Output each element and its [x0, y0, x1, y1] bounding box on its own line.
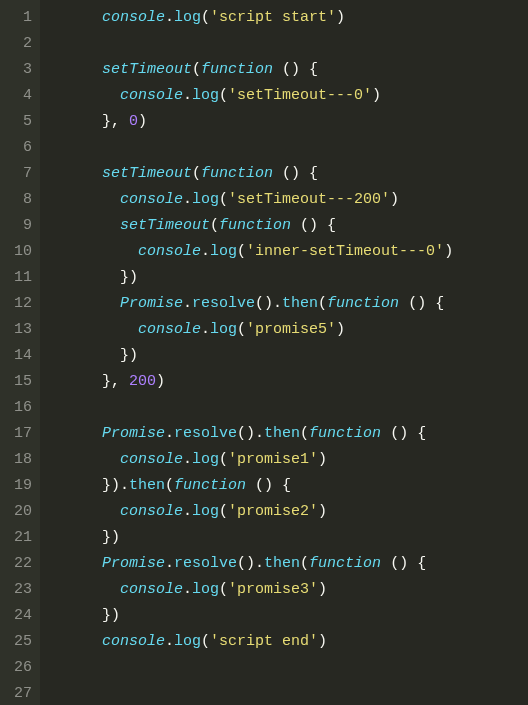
token-kw: function	[201, 61, 273, 78]
code-line[interactable]: })	[48, 603, 528, 629]
token-kw: function	[201, 165, 273, 182]
token-method: log	[210, 321, 237, 338]
token-string: 'script start'	[210, 9, 336, 26]
token-punct: (	[201, 9, 210, 26]
token-obj: setTimeout	[120, 217, 210, 234]
code-line[interactable]: }, 200)	[48, 369, 528, 395]
line-number: 4	[5, 83, 32, 109]
token-punct: (	[237, 243, 246, 260]
code-line[interactable]: setTimeout(function () {	[48, 57, 528, 83]
indent	[48, 217, 120, 234]
code-line[interactable]: console.log('promise2')	[48, 499, 528, 525]
token-method: log	[192, 503, 219, 520]
token-punct: .	[165, 9, 174, 26]
line-number: 12	[5, 291, 32, 317]
line-number: 17	[5, 421, 32, 447]
code-line[interactable]: console.log('promise5')	[48, 317, 528, 343]
token-punct: (	[201, 633, 210, 650]
token-punct: .	[183, 503, 192, 520]
line-number: 25	[5, 629, 32, 655]
token-method: log	[192, 87, 219, 104]
token-obj: console	[120, 503, 183, 520]
token-kw: function	[219, 217, 291, 234]
token-punct: .	[183, 295, 192, 312]
indent	[48, 633, 102, 650]
code-line[interactable]: console.log('setTimeout---200')	[48, 187, 528, 213]
line-number: 20	[5, 499, 32, 525]
token-num: 0	[129, 113, 138, 130]
token-method: then	[282, 295, 318, 312]
code-line[interactable]: setTimeout(function () {	[48, 213, 528, 239]
token-punct: ().	[237, 555, 264, 572]
code-line[interactable]: })	[48, 343, 528, 369]
token-obj: Promise	[102, 555, 165, 572]
code-line[interactable]: })	[48, 265, 528, 291]
token-punct: () {	[381, 425, 426, 442]
code-line[interactable]	[48, 655, 528, 681]
token-obj: console	[102, 633, 165, 650]
code-line[interactable]: })	[48, 525, 528, 551]
token-obj: setTimeout	[102, 165, 192, 182]
token-method: then	[129, 477, 165, 494]
token-punct: },	[102, 113, 129, 130]
token-method: log	[192, 581, 219, 598]
token-punct: ().	[237, 425, 264, 442]
token-punct: (	[192, 61, 201, 78]
code-line[interactable]: }, 0)	[48, 109, 528, 135]
token-punct: })	[102, 529, 120, 546]
code-line[interactable]	[48, 681, 528, 705]
token-punct: () {	[246, 477, 291, 494]
token-obj: console	[120, 191, 183, 208]
code-line[interactable]: setTimeout(function () {	[48, 161, 528, 187]
token-string: 'promise1'	[228, 451, 318, 468]
line-number: 3	[5, 57, 32, 83]
code-line[interactable]: console.log('promise1')	[48, 447, 528, 473]
line-number: 1	[5, 5, 32, 31]
token-punct: (	[210, 217, 219, 234]
code-line[interactable]: console.log('script start')	[48, 5, 528, 31]
indent	[48, 321, 138, 338]
indent	[48, 425, 102, 442]
token-punct: }).	[102, 477, 129, 494]
code-line[interactable]	[48, 395, 528, 421]
token-punct: })	[120, 269, 138, 286]
token-punct: (	[219, 87, 228, 104]
token-punct: (	[192, 165, 201, 182]
code-line[interactable]: Promise.resolve().then(function () {	[48, 551, 528, 577]
indent	[48, 269, 120, 286]
token-punct: (	[219, 581, 228, 598]
indent	[48, 113, 102, 130]
code-line[interactable]: console.log('promise3')	[48, 577, 528, 603]
line-number: 6	[5, 135, 32, 161]
code-line[interactable]	[48, 135, 528, 161]
token-method: then	[264, 555, 300, 572]
token-punct: )	[336, 9, 345, 26]
code-line[interactable]: console.log('script end')	[48, 629, 528, 655]
code-line[interactable]: console.log('inner-setTimeout---0')	[48, 239, 528, 265]
indent	[48, 191, 120, 208]
code-editor[interactable]: 1234567891011121314151617181920212223242…	[0, 0, 528, 705]
token-punct: ().	[255, 295, 282, 312]
line-number: 9	[5, 213, 32, 239]
token-punct: .	[183, 451, 192, 468]
token-obj: console	[102, 9, 165, 26]
code-line[interactable]: }).then(function () {	[48, 473, 528, 499]
code-line[interactable]	[48, 31, 528, 57]
token-string: 'script end'	[210, 633, 318, 650]
token-punct: )	[318, 503, 327, 520]
token-punct: )	[318, 633, 327, 650]
code-line[interactable]: Promise.resolve().then(function () {	[48, 291, 528, 317]
token-punct: (	[300, 555, 309, 572]
token-num: 200	[129, 373, 156, 390]
code-area[interactable]: console.log('script start') setTimeout(f…	[40, 0, 528, 705]
code-line[interactable]: Promise.resolve().then(function () {	[48, 421, 528, 447]
line-number: 27	[5, 681, 32, 705]
code-line[interactable]: console.log('setTimeout---0')	[48, 83, 528, 109]
token-punct: .	[201, 243, 210, 260]
token-obj: Promise	[102, 425, 165, 442]
indent	[48, 607, 102, 624]
line-number: 5	[5, 109, 32, 135]
line-number: 22	[5, 551, 32, 577]
token-string: 'setTimeout---200'	[228, 191, 390, 208]
indent	[48, 87, 120, 104]
